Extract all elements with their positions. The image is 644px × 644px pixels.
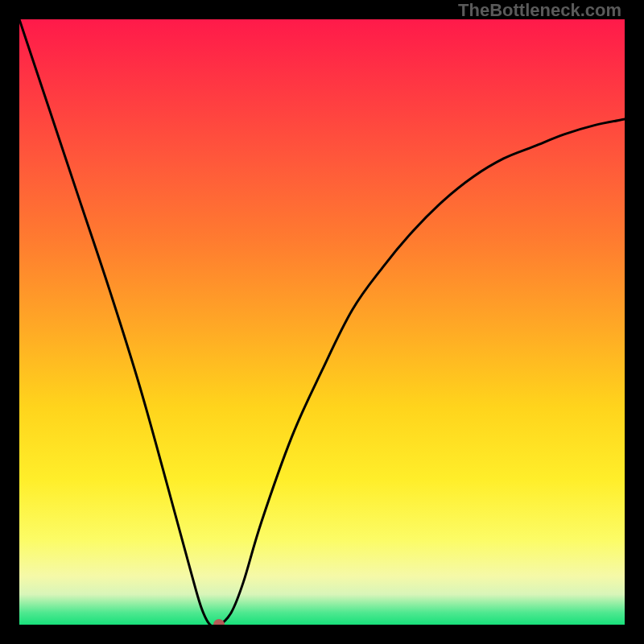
plot-area (19, 19, 625, 625)
bottleneck-curve (19, 19, 625, 625)
chart-canvas: TheBottleneck.com (0, 0, 644, 644)
watermark-text: TheBottleneck.com (458, 2, 621, 19)
optimal-point-marker (213, 619, 225, 625)
curve-path (19, 19, 625, 625)
